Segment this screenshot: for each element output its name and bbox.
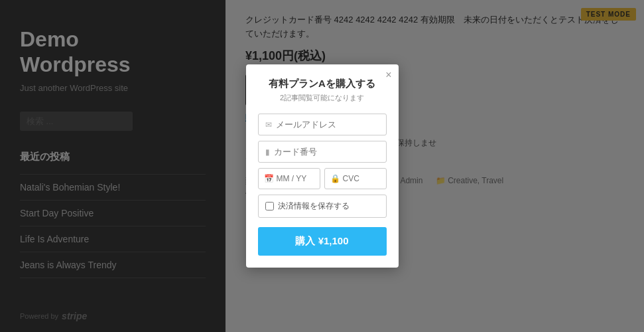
card-number-wrapper: ▮ bbox=[258, 141, 387, 163]
cvc-input[interactable] bbox=[343, 174, 381, 183]
expiry-wrapper: 📅 bbox=[258, 168, 320, 189]
save-payment-label: 決済情報を保存する bbox=[278, 201, 350, 212]
save-payment-row: 決済情報を保存する bbox=[258, 195, 387, 218]
calendar-icon: 📅 bbox=[264, 174, 274, 183]
modal-buy-button[interactable]: 購入 ¥1,100 bbox=[258, 227, 387, 256]
modal-title: 有料プランAを購入する bbox=[258, 78, 387, 90]
modal-subtitle: 2記事閲覧可能になります bbox=[258, 93, 387, 103]
email-icon: ✉ bbox=[265, 120, 272, 129]
save-payment-checkbox[interactable] bbox=[265, 202, 274, 210]
email-field-wrapper: ✉ bbox=[258, 114, 387, 135]
card-details-row: 📅 🔒 bbox=[258, 168, 387, 189]
purchase-modal: × 有料プランAを購入する 2記事閲覧可能になります ✉ ▮ 📅 🔒 決済情報を… bbox=[246, 64, 399, 268]
lock-icon: 🔒 bbox=[330, 174, 340, 183]
card-icon: ▮ bbox=[265, 147, 270, 157]
expiry-input[interactable] bbox=[277, 174, 314, 183]
cvc-wrapper: 🔒 bbox=[324, 168, 387, 189]
card-number-input[interactable] bbox=[274, 147, 379, 157]
email-input[interactable] bbox=[276, 120, 379, 129]
modal-close-button[interactable]: × bbox=[385, 70, 391, 80]
